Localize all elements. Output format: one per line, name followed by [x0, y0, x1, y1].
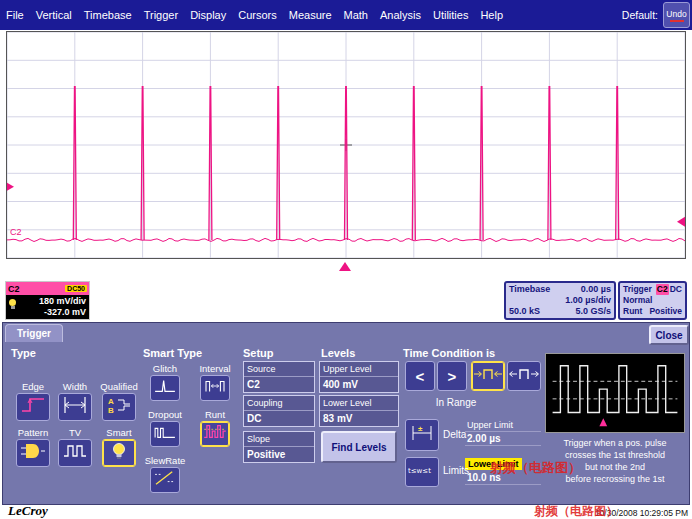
- type-edge-label: Edge: [22, 381, 44, 392]
- menu-vertical[interactable]: Vertical: [30, 9, 78, 21]
- smart-interval-button[interactable]: [200, 375, 230, 401]
- type-qualified-label: Qualified: [100, 381, 138, 392]
- lower-level-label: Lower Level: [320, 396, 398, 411]
- menu-measure[interactable]: Measure: [283, 9, 338, 21]
- menu-utilities[interactable]: Utilities: [427, 9, 474, 21]
- lower-level-value: 83 mV: [320, 411, 398, 426]
- menu-file[interactable]: File: [0, 9, 30, 21]
- type-width-button[interactable]: [58, 393, 92, 421]
- delta-label: Delta: [443, 429, 466, 440]
- lower-level-field[interactable]: Lower Level 83 mV: [319, 395, 399, 427]
- smart-runt-label: Runt: [205, 409, 225, 420]
- limits-label: Limits: [443, 465, 469, 476]
- timebase-descriptor[interactable]: Timebase 0.00 µs 1.00 µs/div 50.0 kS 5.0…: [504, 281, 616, 320]
- slewrate-icon: [153, 469, 177, 491]
- undo-label: Undo: [666, 9, 686, 19]
- tab-trigger[interactable]: Trigger: [5, 324, 63, 342]
- smart-glitch-button[interactable]: [150, 375, 180, 401]
- smart-bulb-icon: [106, 441, 132, 465]
- trigger-title: Trigger: [623, 284, 652, 295]
- upper-level-value: 400 mV: [320, 377, 398, 392]
- limits-button[interactable]: t≤w≤t: [405, 457, 439, 487]
- type-qualified-button[interactable]: AB: [102, 393, 136, 421]
- lecroy-logo: LeCroy: [8, 503, 64, 519]
- svg-text:±: ±: [418, 424, 423, 433]
- channel-c2-descriptor[interactable]: C2 DC50 180 mV/div -327.0 mV: [5, 281, 90, 320]
- type-tv-button[interactable]: [58, 439, 92, 467]
- slope-value: Positive: [244, 447, 314, 462]
- type-section-title: Type: [11, 347, 36, 359]
- find-levels-button[interactable]: Find Levels: [321, 431, 397, 463]
- default-label: Default:: [622, 9, 663, 21]
- type-edge-button[interactable]: [16, 393, 50, 421]
- trigger-descriptor[interactable]: Trigger C2 DC Normal Runt Positive: [618, 281, 687, 320]
- in-range-button[interactable]: [471, 361, 505, 391]
- out-of-range-button[interactable]: [507, 361, 541, 391]
- trigger-type: Runt: [623, 306, 642, 317]
- type-smart-button[interactable]: [102, 439, 136, 467]
- type-smart-label: Smart: [106, 427, 131, 438]
- greater-than-button[interactable]: >: [437, 361, 467, 391]
- edge-icon: [20, 395, 46, 419]
- undo-button[interactable]: Undo: [663, 2, 690, 28]
- less-than-button[interactable]: <: [405, 361, 435, 391]
- slope-field[interactable]: Slope Positive: [243, 431, 315, 463]
- slope-label: Slope: [244, 432, 314, 447]
- type-pattern-label: Pattern: [18, 427, 49, 438]
- trigger-position-marker[interactable]: [339, 262, 351, 271]
- svg-text:B: B: [108, 406, 114, 415]
- type-tv-label: TV: [69, 427, 81, 438]
- menu-help[interactable]: Help: [474, 9, 509, 21]
- timebase-rate: 5.0 GS/s: [575, 306, 611, 317]
- smart-slewrate-button[interactable]: [150, 467, 180, 493]
- out-of-range-icon: [509, 364, 539, 388]
- menu-timebase[interactable]: Timebase: [78, 9, 138, 21]
- upper-level-field[interactable]: Upper Level 400 mV: [319, 361, 399, 393]
- levels-section-title: Levels: [321, 347, 355, 359]
- trigger-slope: Positive: [649, 306, 682, 317]
- waveform-svg: C2: [7, 32, 685, 258]
- coupling-label: Coupling: [244, 396, 314, 411]
- delta-icon: ±: [409, 422, 435, 448]
- menu-math[interactable]: Math: [338, 9, 374, 21]
- upper-limit-value: 2.00 µs: [465, 432, 541, 446]
- undo-underline: [670, 20, 684, 22]
- menu-trigger[interactable]: Trigger: [138, 9, 184, 21]
- watermark-overlay: 射频（电路图）: [490, 459, 581, 477]
- upper-limit-field[interactable]: Upper Limit 2.00 µs: [465, 419, 541, 446]
- in-range-icon: [473, 364, 503, 388]
- coupling-badge: DC50: [65, 285, 87, 292]
- close-button[interactable]: Close: [649, 325, 689, 345]
- smart-dropout-button[interactable]: [150, 421, 180, 447]
- smart-interval-label: Interval: [199, 363, 230, 374]
- source-field[interactable]: Source C2: [243, 361, 315, 393]
- coupling-field[interactable]: Coupling DC: [243, 395, 315, 427]
- type-pattern-button[interactable]: [16, 439, 50, 467]
- smart-runt-button[interactable]: [200, 421, 230, 447]
- timebase-samples: 50.0 kS: [509, 306, 540, 317]
- type-width-label: Width: [63, 381, 87, 392]
- pattern-icon: [20, 441, 46, 465]
- source-label: Source: [244, 362, 314, 377]
- source-value: C2: [244, 377, 314, 392]
- waveform-display[interactable]: C2: [6, 31, 686, 259]
- menu-cursors[interactable]: Cursors: [232, 9, 283, 21]
- time-condition-title: Time Condition is: [403, 347, 495, 359]
- range-mode-text: In Range: [405, 397, 507, 408]
- menu-analysis[interactable]: Analysis: [374, 9, 427, 21]
- smart-glitch-label: Glitch: [153, 363, 177, 374]
- timebase-scale: 1.00 µs/div: [565, 295, 611, 306]
- channel-offset: -327.0 mV: [19, 307, 86, 318]
- upper-limit-label: Upper Limit: [465, 419, 541, 432]
- coupling-value: DC: [244, 411, 314, 426]
- qualified-icon: AB: [106, 395, 132, 419]
- svg-text:A: A: [108, 397, 114, 406]
- menu-display[interactable]: Display: [184, 9, 232, 21]
- glitch-icon: [153, 377, 177, 399]
- svg-text:t≤w≤t: t≤w≤t: [408, 467, 431, 475]
- channel-scale: 180 mV/div: [19, 296, 86, 307]
- delta-button[interactable]: ±: [405, 419, 439, 451]
- channel-label: C2: [8, 284, 20, 294]
- watermark-footer: 射频（电路图）: [534, 503, 618, 519]
- trigger-preview-display: [545, 353, 685, 433]
